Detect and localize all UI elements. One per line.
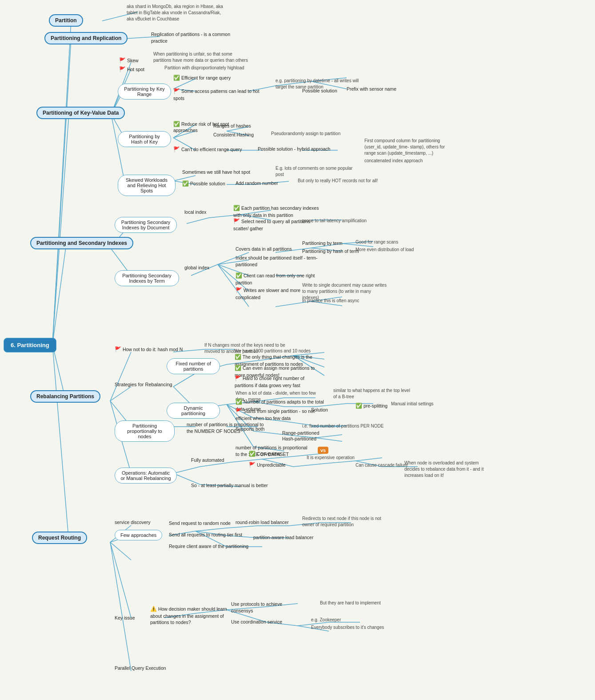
round-robin-node: round-robin load balancer: [236, 519, 289, 526]
svg-line-58: [173, 373, 196, 387]
part-sec-indexes-label: Partitioning and Secondary Indexes: [36, 240, 127, 246]
send-routing-node: Send all requests to routing tier first: [169, 532, 242, 538]
svg-line-82: [315, 435, 342, 438]
hard-implement-node: But they are hard to implement: [320, 600, 381, 606]
hotspot-node: 🚩 Hot spot: [119, 66, 144, 73]
no-range-query-node: 🚩 Can't do efficient range query: [173, 146, 242, 153]
part-key-value-node: Partitioning of Key-Value Data: [36, 107, 125, 119]
root-label: 6. Partitioning: [11, 342, 49, 348]
svg-line-5: [52, 344, 69, 542]
strategies-node: Strategies for Rebalancing: [115, 381, 172, 388]
unpredictable-node: 🚩 Unpredictable: [249, 461, 286, 469]
when-node-overloaded-node: When node is overloaded and system decid…: [404, 460, 493, 479]
root-node: 6. Partitioning: [4, 338, 56, 352]
few-approaches-node: Few approaches: [115, 530, 162, 540]
index-partitioned-node: Index should be partitioned itself - ter…: [236, 255, 324, 268]
how-decision-node: ⚠️ How decision maker should learn about…: [150, 605, 230, 626]
svg-line-0: [52, 21, 71, 344]
request-routing-label: Request Routing: [38, 535, 81, 541]
part-key-value-label: Partitioning of Key-Value Data: [43, 110, 119, 116]
request-routing-node: Request Routing: [32, 532, 87, 544]
skew-desc: When partitioning is unfair, so that som…: [153, 51, 251, 64]
num-prop-nodes-node: number of partitions is proportional to …: [187, 421, 264, 434]
svg-line-12: [111, 114, 124, 181]
hard-chose-node: 🚩 Hard to chose right number of partitio…: [235, 375, 323, 388]
fully-automated-node: Fully automated: [191, 457, 224, 464]
svg-line-109: [227, 526, 258, 528]
key-issue-node: Key issue: [115, 615, 135, 621]
svg-line-105: [110, 542, 131, 618]
svg-line-53: [110, 387, 131, 401]
similar-btree-node: similar to what happens at the top level…: [333, 388, 413, 400]
good-range-node: Good for range scans: [355, 239, 398, 245]
svg-line-32: [187, 218, 209, 224]
ops-auto-manual-node: Operations: Automatic or Manual Rebalanc…: [115, 468, 177, 484]
dynamic-part-node: Dynamic partitioning: [167, 403, 220, 419]
hash-partitioned-node: Hash-partitioned: [282, 436, 316, 442]
how-not-node: 🚩 How not to do it: hash mod N: [115, 346, 183, 353]
manual-initial-node: Manual initial settings: [391, 401, 434, 407]
part-by-term-node: Partitioning by term: [302, 240, 342, 247]
sometimes-hot-node: Sometimes we still have hot spot: [182, 169, 250, 176]
skew-node: 🚩 Skew: [119, 57, 139, 64]
svg-line-89: [173, 467, 200, 473]
local-index-node: local index: [184, 209, 207, 216]
covers-all-node: Covers data in all partitions: [236, 246, 292, 252]
skewed-workloads-node: Skewed Workloads and Relieving Hot Spots: [118, 175, 176, 196]
partitioning-replication-node: Partitioning and Replication: [44, 32, 128, 44]
rebalancing-node: Rebalancing Partitions: [30, 390, 100, 403]
partition-label: Partition: [55, 17, 77, 24]
part-key-range-node: Partitioning by Key Range: [118, 84, 171, 100]
consistent-hashing-node: Consistent Hashing: [213, 132, 254, 138]
fixed-per-node-node: i.e. fixed number of partitions PER NODE: [302, 423, 383, 429]
part-secondary-indexes-node: Partitioning and Secondary Indexes: [30, 237, 133, 249]
more-even-node: More even distribution of load: [355, 247, 414, 253]
first-compound-node: First compound column for partitioning (…: [364, 138, 453, 156]
svg-line-96: [324, 461, 355, 464]
vs-badge: vs: [318, 447, 328, 454]
send-random-node: Send request to random node: [169, 520, 231, 527]
lots-comments-node: E.g. lots of comments on some popular po…: [276, 165, 355, 178]
partition-desc: aka shard in MongoDb, aka region in Hbas…: [127, 4, 229, 22]
in-practice-node: In practice this is often async: [302, 298, 359, 304]
part-by-hash-term-node: Partitioning by hash of term: [302, 248, 359, 255]
use-coordination-node: Use coordination service: [231, 619, 282, 625]
pre-splitting-node: ✅ pre-splitting: [355, 402, 387, 410]
ranges-hashes-node: Ranges of hashes: [213, 123, 251, 129]
hybrid-approach-node: Possible solution - hybrid approach: [258, 146, 330, 152]
prefix-sensor: Prefix with sensor name: [347, 86, 396, 92]
svg-line-97: [355, 458, 382, 461]
svg-line-52: [110, 352, 131, 401]
svg-line-1: [52, 39, 71, 344]
partition-node: Partition: [49, 14, 83, 27]
svg-line-104: [110, 542, 131, 560]
everybody-subscribes-node: Everybody subscribes to it's changes: [311, 624, 384, 631]
add-random-node: Add random number: [236, 180, 278, 187]
global-index-node: global index: [184, 264, 209, 271]
fixed-number-node: Fixed number of partitions: [167, 358, 220, 374]
service-discovery-node: service discovery: [115, 519, 151, 526]
possible-solution-1: Possible solution: [302, 88, 337, 94]
possible-sol2-node: ✅ Possible solution: [182, 180, 225, 188]
svg-line-3: [52, 248, 66, 344]
solution-label: Solution: [311, 407, 328, 413]
cascade-failure-node: Can cause cascade failure: [355, 462, 408, 468]
use-protocols-node: Use protocols to achieve consensys: [231, 601, 302, 614]
concatenated-node: concatenated index approach: [364, 158, 423, 164]
eg-zookeeper-node: e.g. Zookeeper: [311, 617, 341, 623]
part-replication-desc: Replication of partitions - is a common …: [151, 31, 240, 44]
so-partially-node: So - at least partially manual is better: [191, 482, 268, 489]
svg-line-106: [110, 542, 131, 671]
require-client-node: Require client aware of the partitioning: [169, 543, 248, 550]
rebalancing-label: Rebalancing Partitions: [36, 393, 94, 400]
only-hot-node: But only to really HOT records not for a…: [298, 178, 378, 184]
svg-line-83: [315, 438, 342, 441]
parallel-query-node: Parallel Query Execution: [115, 665, 166, 672]
pseudorandom-node: Pseudorandomly assign to partition: [271, 131, 340, 137]
redirects-next-node: Redirects to next node if this node is n…: [302, 516, 391, 528]
expensive-op-node: It is expensive operation: [307, 455, 355, 461]
mind-map-container: 6. Partitioning Partition aka shard in M…: [0, 0, 595, 700]
part-sec-by-doc-node: Partitioning Secondary Indexes by Docume…: [115, 217, 177, 233]
each-partition-node: ✅ Each partition has secondary indexes w…: [233, 204, 322, 218]
prone-tail-node: prone to tail latency amplification: [302, 218, 367, 224]
